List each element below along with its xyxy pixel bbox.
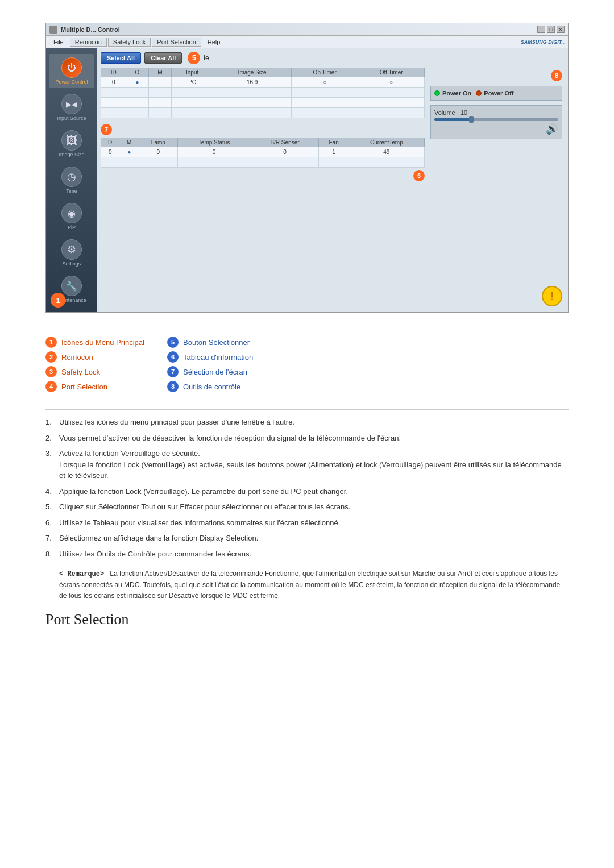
instruction-num-2: 2. xyxy=(45,433,52,444)
volume-slider-track[interactable] xyxy=(434,118,558,121)
cell-id: 0 xyxy=(101,77,126,88)
sidebar-item-power-control[interactable]: ⏻ Power Control xyxy=(49,54,94,88)
legend-item-1: 1 Icônes du Menu Principal xyxy=(45,337,144,348)
instruction-num-5: 5. xyxy=(45,501,52,513)
sidebar-item-settings[interactable]: ⚙ Settings xyxy=(49,236,94,270)
legend-text-5: Bouton Sélectionner xyxy=(183,338,250,347)
table-row xyxy=(101,108,425,118)
remark-text: La fonction Activer/Désactiver de la tél… xyxy=(59,570,560,600)
power-on-radio[interactable] xyxy=(434,90,440,96)
col-header-off-timer: Off Timer xyxy=(358,68,425,77)
volume-label-row: Volume 10 xyxy=(434,109,558,116)
volume-value: 10 xyxy=(460,109,467,116)
volume-panel: Volume 10 🔊 xyxy=(430,105,562,139)
sidebar-label-image-size: Image Size xyxy=(59,152,84,157)
legend-num-7: 7 xyxy=(167,366,179,377)
legend-text-7: Sélection de l'écran xyxy=(183,368,247,376)
legend-num-6: 6 xyxy=(167,351,179,363)
settings-icon: ⚙ xyxy=(61,239,82,260)
instruction-num-1: 1. xyxy=(45,417,52,428)
toolbar-suffix: le xyxy=(204,54,209,62)
app-icon xyxy=(49,26,57,34)
bcol-fan: Fan xyxy=(319,138,349,147)
bcell-current-temp: 49 xyxy=(349,147,424,157)
top-data-table: ID O M Input Image Size On Timer Off Tim… xyxy=(101,68,425,118)
close-button[interactable]: ✕ xyxy=(557,26,565,33)
power-controls-panel: Power On Power Off xyxy=(430,86,562,101)
menu-bar: File Remocon Safety Lock Port Selection … xyxy=(46,36,568,48)
cell-image-size: 16:9 xyxy=(213,77,292,88)
title-bar-controls[interactable]: ─ □ ✕ xyxy=(537,26,565,33)
main-content-area: Select All Clear All 5 le ID O xyxy=(97,48,568,312)
instruction-num-6: 6. xyxy=(45,517,52,529)
legend-text-1: Icônes du Menu Principal xyxy=(61,338,144,347)
legend-text-6: Tableau d'information xyxy=(183,353,253,362)
power-control-icon: ⏻ xyxy=(61,57,82,78)
instruction-2: 2. Vous permet d'activer ou de désactive… xyxy=(45,433,569,444)
power-off-button[interactable]: Power Off xyxy=(476,90,513,97)
sidebar-label-time: Time xyxy=(66,188,77,194)
power-off-radio[interactable] xyxy=(476,90,482,96)
instructions-list: 1. Utilisez les icônes du menu principal… xyxy=(45,417,569,559)
bcol-current-temp: CurrentTemp xyxy=(349,138,424,147)
minimize-button[interactable]: ─ xyxy=(537,26,545,33)
content-split: ID O M Input Image Size On Timer Off Tim… xyxy=(101,68,565,181)
menu-safety-lock[interactable]: Safety Lock xyxy=(108,38,151,47)
volume-slider-thumb[interactable] xyxy=(469,116,474,123)
cell-input: PC xyxy=(172,77,213,88)
legend-item-6: 6 Tableau d'information xyxy=(167,351,253,363)
table-section: ID O M Input Image Size On Timer Off Tim… xyxy=(101,68,425,181)
instruction-8: 8. Utilisez les Outils de Contrôle pour … xyxy=(45,549,569,560)
sidebar-item-image-size[interactable]: 🖼 Image Size xyxy=(49,127,94,161)
bcell-temp-status: 0 xyxy=(177,147,251,157)
sidebar-item-pip[interactable]: ◉ PiP xyxy=(49,200,94,234)
menu-port-selection[interactable]: Port Selection xyxy=(152,38,201,47)
bottom-data-table: D M Lamp Temp.Status B/R Senser Fan Curr… xyxy=(101,138,425,168)
sidebar: ⏻ Power Control ▶◀ Input Source 🖼 Image … xyxy=(46,48,97,312)
legend-num-5: 5 xyxy=(167,337,179,348)
legend-text-2: Remocon xyxy=(61,353,93,362)
app-body: ⏻ Power Control ▶◀ Input Source 🖼 Image … xyxy=(46,48,568,312)
menu-file[interactable]: File xyxy=(48,38,69,47)
volume-slider-fill xyxy=(434,118,471,121)
legend-num-4: 4 xyxy=(45,381,57,392)
toolbar-row: Select All Clear All 5 le xyxy=(101,52,565,64)
power-off-label: Power Off xyxy=(484,90,513,97)
btable-row xyxy=(101,157,425,168)
clear-all-button[interactable]: Clear All xyxy=(144,52,182,64)
page-wrapper: Multiple D... Control ─ □ ✕ File Remocon… xyxy=(0,0,614,662)
legend-num-1: 1 xyxy=(45,337,57,348)
sidebar-item-input-source[interactable]: ▶◀ Input Source xyxy=(49,90,94,124)
section-divider xyxy=(45,409,569,410)
badge-5: 5 xyxy=(188,52,200,64)
badge-7: 7 xyxy=(101,124,112,135)
bcell-m: ● xyxy=(119,147,139,157)
menu-help[interactable]: Help xyxy=(202,38,226,47)
power-on-button[interactable]: Power On xyxy=(434,90,471,97)
maximize-button[interactable]: □ xyxy=(547,26,555,33)
legend-num-2: 2 xyxy=(45,351,57,363)
legend-item-7: 7 Sélection de l'écran xyxy=(167,366,253,377)
legend-right: 5 Bouton Sélectionner 6 Tableau d'inform… xyxy=(167,337,253,392)
legend-item-5: 5 Bouton Sélectionner xyxy=(167,337,253,348)
samsung-logo: SAMSUNG DIGIT... xyxy=(521,39,566,45)
menu-remocon[interactable]: Remocon xyxy=(70,38,107,47)
select-all-button[interactable]: Select All xyxy=(101,52,141,64)
legend-text-8: Outils de contrôle xyxy=(183,383,240,391)
legend-item-3: 3 Safety Lock xyxy=(45,366,144,377)
volume-label: Volume xyxy=(434,109,455,116)
instruction-num-3: 3. xyxy=(45,448,52,459)
instruction-num-8: 8. xyxy=(45,549,52,560)
col-header-m: M xyxy=(148,68,172,77)
badge-1: 1 xyxy=(51,293,65,308)
col-header-on-timer: On Timer xyxy=(292,68,358,77)
instruction-num-7: 7. xyxy=(45,533,52,544)
bcell-d: 0 xyxy=(101,147,119,157)
legend-text-3: Safety Lock xyxy=(61,368,100,376)
input-source-icon: ▶◀ xyxy=(61,94,82,114)
cell-off-timer: ○ xyxy=(358,77,425,88)
window-title: Multiple D... Control xyxy=(61,26,120,33)
title-bar: Multiple D... Control ─ □ ✕ xyxy=(46,23,568,36)
sidebar-label-settings: Settings xyxy=(63,261,81,267)
sidebar-item-time[interactable]: ◷ Time xyxy=(49,163,94,197)
